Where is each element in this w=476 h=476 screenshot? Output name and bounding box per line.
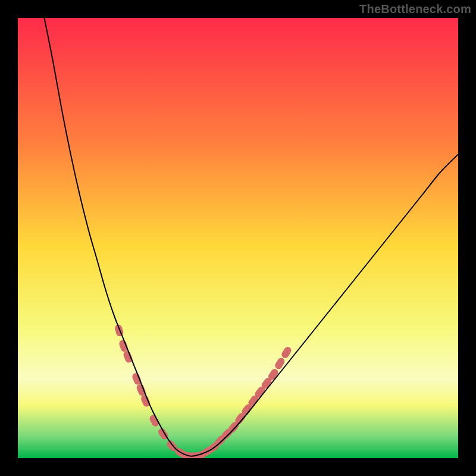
bottleneck-chart xyxy=(18,18,458,458)
gradient-background xyxy=(18,18,458,458)
attribution-label: TheBottleneck.com xyxy=(359,2,471,16)
chart-plot-area xyxy=(18,18,458,458)
chart-frame: TheBottleneck.com xyxy=(0,0,476,476)
